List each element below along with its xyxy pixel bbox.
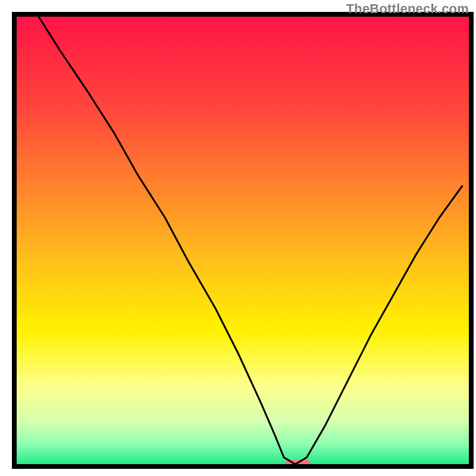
bottleneck-chart bbox=[0, 0, 476, 476]
gradient-background bbox=[14, 14, 471, 466]
watermark-label: TheBottleneck.com bbox=[346, 1, 469, 17]
chart-container: TheBottleneck.com bbox=[0, 0, 476, 476]
